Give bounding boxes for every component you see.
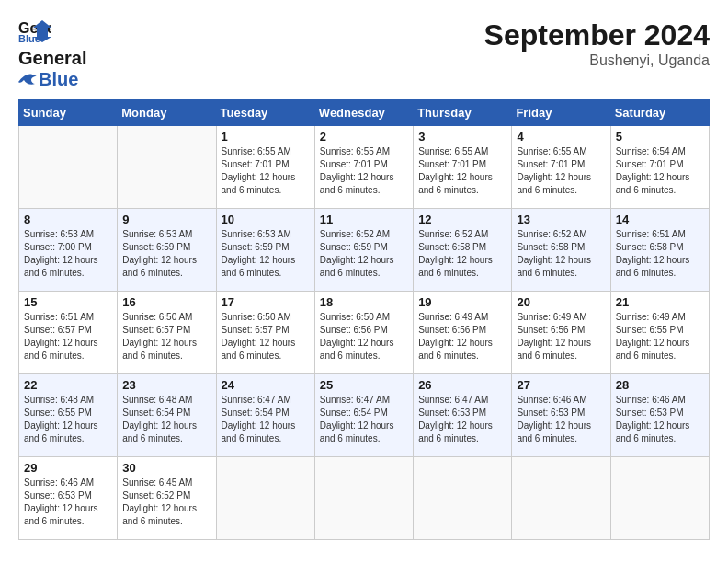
calendar-cell [414, 457, 512, 540]
day-info: Sunrise: 6:53 AM Sunset: 6:59 PM Dayligh… [122, 228, 210, 280]
calendar-cell: 27 Sunrise: 6:46 AM Sunset: 6:53 PM Dayl… [512, 374, 610, 457]
day-info: Sunrise: 6:48 AM Sunset: 6:54 PM Dayligh… [122, 394, 210, 445]
page-header: General Blue General Blue September 2024… [18, 18, 710, 90]
day-info: Sunrise: 6:52 AM Sunset: 6:58 PM Dayligh… [517, 228, 605, 280]
calendar-cell: 16 Sunrise: 6:50 AM Sunset: 6:57 PM Dayl… [118, 292, 216, 374]
calendar-cell: 13 Sunrise: 6:52 AM Sunset: 6:58 PM Dayl… [512, 209, 610, 292]
location: Bushenyi, Uganda [484, 52, 710, 69]
day-info: Sunrise: 6:49 AM Sunset: 6:55 PM Dayligh… [616, 311, 704, 362]
day-number: 24 [222, 378, 310, 392]
day-number: 3 [418, 130, 506, 144]
day-number: 2 [320, 130, 408, 144]
day-info: Sunrise: 6:55 AM Sunset: 7:01 PM Dayligh… [418, 145, 506, 197]
calendar-cell: 4 Sunrise: 6:55 AM Sunset: 7:01 PM Dayli… [512, 126, 610, 209]
day-number: 11 [320, 213, 408, 226]
day-info: Sunrise: 6:46 AM Sunset: 6:53 PM Dayligh… [24, 477, 112, 528]
calendar-cell: 5 Sunrise: 6:54 AM Sunset: 7:01 PM Dayli… [610, 126, 709, 209]
week-row-1: 1 Sunrise: 6:55 AM Sunset: 7:01 PM Dayli… [19, 126, 710, 209]
day-number: 20 [517, 295, 605, 309]
col-sunday: Sunday [19, 100, 118, 126]
calendar-cell: 18 Sunrise: 6:50 AM Sunset: 6:56 PM Dayl… [314, 292, 413, 374]
calendar-cell: 12 Sunrise: 6:52 AM Sunset: 6:58 PM Dayl… [414, 209, 512, 292]
logo-bird-icon [18, 73, 37, 87]
day-number: 30 [122, 461, 210, 475]
day-number: 16 [122, 295, 210, 309]
day-info: Sunrise: 6:52 AM Sunset: 6:58 PM Dayligh… [418, 228, 506, 280]
calendar-cell: 23 Sunrise: 6:48 AM Sunset: 6:54 PM Dayl… [118, 374, 216, 457]
calendar-cell: 29 Sunrise: 6:46 AM Sunset: 6:53 PM Dayl… [19, 457, 118, 540]
day-info: Sunrise: 6:50 AM Sunset: 6:56 PM Dayligh… [320, 311, 408, 362]
day-info: Sunrise: 6:45 AM Sunset: 6:52 PM Dayligh… [122, 477, 210, 528]
day-info: Sunrise: 6:53 AM Sunset: 7:00 PM Dayligh… [24, 228, 112, 280]
day-number: 23 [122, 378, 210, 392]
calendar-cell: 1 Sunrise: 6:55 AM Sunset: 7:01 PM Dayli… [216, 126, 314, 209]
day-info: Sunrise: 6:54 AM Sunset: 7:01 PM Dayligh… [616, 145, 704, 197]
day-number: 17 [222, 295, 310, 309]
day-info: Sunrise: 6:52 AM Sunset: 6:59 PM Dayligh… [320, 228, 408, 280]
calendar-cell [314, 457, 413, 540]
calendar-cell: 11 Sunrise: 6:52 AM Sunset: 6:59 PM Dayl… [314, 209, 413, 292]
day-number: 25 [320, 378, 408, 392]
calendar-cell [216, 457, 314, 540]
logo-general: General [18, 48, 86, 69]
day-info: Sunrise: 6:55 AM Sunset: 7:01 PM Dayligh… [517, 145, 605, 197]
day-number: 12 [418, 213, 506, 226]
col-wednesday: Wednesday [314, 100, 413, 126]
day-info: Sunrise: 6:49 AM Sunset: 6:56 PM Dayligh… [418, 311, 506, 362]
day-info: Sunrise: 6:48 AM Sunset: 6:55 PM Dayligh… [24, 394, 112, 445]
col-monday: Monday [118, 100, 216, 126]
logo: General Blue General Blue [18, 18, 86, 90]
calendar-table: Sunday Monday Tuesday Wednesday Thursday… [18, 99, 710, 540]
week-row-3: 15 Sunrise: 6:51 AM Sunset: 6:57 PM Dayl… [19, 292, 710, 374]
calendar-cell [118, 126, 216, 209]
day-number: 8 [24, 213, 112, 226]
title-area: September 2024 Bushenyi, Uganda [484, 18, 710, 69]
calendar-cell: 10 Sunrise: 6:53 AM Sunset: 6:59 PM Dayl… [216, 209, 314, 292]
calendar-cell: 26 Sunrise: 6:47 AM Sunset: 6:53 PM Dayl… [414, 374, 512, 457]
day-number: 10 [222, 213, 310, 226]
calendar-cell: 20 Sunrise: 6:49 AM Sunset: 6:56 PM Dayl… [512, 292, 610, 374]
calendar-cell: 24 Sunrise: 6:47 AM Sunset: 6:54 PM Dayl… [216, 374, 314, 457]
col-saturday: Saturday [610, 100, 709, 126]
day-info: Sunrise: 6:46 AM Sunset: 6:53 PM Dayligh… [517, 394, 605, 445]
calendar-cell: 21 Sunrise: 6:49 AM Sunset: 6:55 PM Dayl… [610, 292, 709, 374]
day-number: 22 [24, 378, 112, 392]
day-info: Sunrise: 6:50 AM Sunset: 6:57 PM Dayligh… [122, 311, 210, 362]
week-row-4: 22 Sunrise: 6:48 AM Sunset: 6:55 PM Dayl… [19, 374, 710, 457]
day-number: 27 [517, 378, 605, 392]
calendar-cell: 3 Sunrise: 6:55 AM Sunset: 7:01 PM Dayli… [414, 126, 512, 209]
day-info: Sunrise: 6:47 AM Sunset: 6:54 PM Dayligh… [320, 394, 408, 445]
calendar-cell: 8 Sunrise: 6:53 AM Sunset: 7:00 PM Dayli… [19, 209, 118, 292]
col-friday: Friday [512, 100, 610, 126]
calendar-cell [512, 457, 610, 540]
calendar-cell [610, 457, 709, 540]
day-number: 9 [122, 213, 210, 226]
calendar-cell: 17 Sunrise: 6:50 AM Sunset: 6:57 PM Dayl… [216, 292, 314, 374]
logo-icon: General Blue [18, 18, 51, 44]
calendar-cell: 28 Sunrise: 6:46 AM Sunset: 6:53 PM Dayl… [610, 374, 709, 457]
day-number: 14 [616, 213, 704, 226]
day-number: 28 [616, 378, 704, 392]
day-number: 15 [24, 295, 112, 309]
calendar-cell: 15 Sunrise: 6:51 AM Sunset: 6:57 PM Dayl… [19, 292, 118, 374]
day-number: 18 [320, 295, 408, 309]
day-number: 19 [418, 295, 506, 309]
calendar-cell: 19 Sunrise: 6:49 AM Sunset: 6:56 PM Dayl… [414, 292, 512, 374]
calendar-cell: 2 Sunrise: 6:55 AM Sunset: 7:01 PM Dayli… [314, 126, 413, 209]
calendar-cell [19, 126, 118, 209]
calendar-cell: 30 Sunrise: 6:45 AM Sunset: 6:52 PM Dayl… [118, 457, 216, 540]
day-info: Sunrise: 6:55 AM Sunset: 7:01 PM Dayligh… [222, 145, 310, 197]
day-info: Sunrise: 6:49 AM Sunset: 6:56 PM Dayligh… [517, 311, 605, 362]
day-info: Sunrise: 6:50 AM Sunset: 6:57 PM Dayligh… [222, 311, 310, 362]
day-number: 1 [222, 130, 310, 144]
day-info: Sunrise: 6:46 AM Sunset: 6:53 PM Dayligh… [616, 394, 704, 445]
day-info: Sunrise: 6:47 AM Sunset: 6:53 PM Dayligh… [418, 394, 506, 445]
day-info: Sunrise: 6:55 AM Sunset: 7:01 PM Dayligh… [320, 145, 408, 197]
day-info: Sunrise: 6:51 AM Sunset: 6:57 PM Dayligh… [24, 311, 112, 362]
col-tuesday: Tuesday [216, 100, 314, 126]
day-number: 13 [517, 213, 605, 226]
day-info: Sunrise: 6:51 AM Sunset: 6:58 PM Dayligh… [616, 228, 704, 280]
calendar-cell: 25 Sunrise: 6:47 AM Sunset: 6:54 PM Dayl… [314, 374, 413, 457]
day-info: Sunrise: 6:47 AM Sunset: 6:54 PM Dayligh… [222, 394, 310, 445]
logo-blue: Blue [39, 69, 78, 90]
